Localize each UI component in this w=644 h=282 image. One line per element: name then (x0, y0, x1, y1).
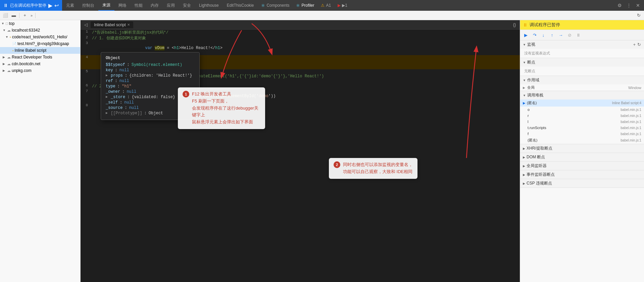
frame-src-1: babel.min.js:1 (621, 108, 641, 112)
folder-icon-code: ▪ (10, 35, 11, 39)
callstack-section-header[interactable]: ▼ 调用堆栈 (520, 91, 644, 99)
code-tab-inline-babel[interactable]: Inline Babel script ✕ (91, 22, 133, 28)
watch-empty-text: 没有监视表达式 (520, 49, 644, 58)
more-tabs-icon[interactable]: » (29, 13, 34, 17)
event-section: ▶ 事件监听器断点 (520, 170, 644, 179)
scope-global-left: ▶ 全局 (523, 85, 535, 90)
new-tab-icon[interactable]: + (21, 11, 29, 19)
paused-badge: ⏸ 已在调试程序中暂停 ▶ ↩ (0, 0, 62, 11)
scope-section: ▼ 作用域 ▶ 全局 Window (520, 76, 644, 91)
close-icon[interactable]: ✕ (635, 1, 641, 9)
code-nav-left[interactable]: ◁ (82, 21, 90, 29)
dbg-step-out-btn[interactable]: ↑ (548, 31, 556, 39)
frame-name-5: f (523, 132, 619, 136)
tab-components[interactable]: ⚛ Components (258, 0, 293, 11)
tab-warning-badge[interactable]: ⚠ A1 (317, 0, 334, 11)
popup-val-6: {validated: false} (132, 95, 175, 99)
xhr-title: XHR/提取断点 (527, 146, 552, 151)
frame-src-5: babel.min.js:1 (621, 132, 641, 136)
code-tab-close[interactable]: ✕ (127, 23, 130, 27)
frame-5[interactable]: f babel.min.js:1 (520, 131, 644, 137)
scope-global-key: 全局 (527, 85, 535, 90)
breakpoints-section-header[interactable]: ▼ 断点 (520, 58, 644, 67)
frame-1[interactable]: o babel.min.js:1 (520, 107, 644, 113)
frame-name-3: l (523, 120, 619, 124)
frame-2[interactable]: r babel.min.js:1 (520, 113, 644, 119)
popup-row-4: type : "h1" (106, 84, 195, 89)
code-tab-label: Inline Babel script (94, 23, 126, 27)
tree-item-localhost[interactable]: ▼ ☁ localhost:63342 (0, 27, 80, 34)
tree-item-reactdev[interactable]: ▶ ☁ React Developer Tools (0, 54, 80, 61)
tree-item-testhtml[interactable]: 📄 test.html?_ijt=nqdg39dcgaap (0, 40, 80, 47)
dock-left-icon[interactable]: ⬜ (1, 11, 9, 19)
tab-sources[interactable]: 来源 (98, 0, 114, 11)
code-body[interactable]: 1 /*告诉babel.js解析里面的jsx的代码*/ 2 // 1. 创建虚拟… (81, 30, 520, 282)
watch-add-btn[interactable]: + (633, 42, 636, 47)
tree-item-unpkg[interactable]: ▶ ☁ unpkg.com (0, 67, 80, 74)
comment-1: /*告诉babel.js解析里面的jsx的代码*/ (92, 30, 168, 35)
dbg-deactivate-btn[interactable]: ⊘ (566, 31, 573, 39)
tab-security[interactable]: 安全 (179, 0, 195, 11)
frame-4[interactable]: t.runScripts babel.min.js:1 (520, 125, 644, 131)
tab-elements[interactable]: 元素 (62, 0, 78, 11)
more-icon[interactable]: ⋮ (625, 1, 633, 9)
tree-item-top[interactable]: ▼ □ top (0, 20, 80, 27)
tab-error-badge[interactable]: ▶ ▶1 (334, 0, 351, 11)
tree-item-codefolder[interactable]: ▼ ▪ code/react_test/work/01_Hello/ (0, 34, 80, 40)
event-section-header[interactable]: ▶ 事件监听器断点 (520, 170, 644, 179)
frame-src-3: babel.min.js:1 (621, 120, 641, 124)
code-h1-end: > (220, 46, 222, 50)
watch-refresh-btn[interactable]: ↻ (637, 42, 641, 47)
sync-icon[interactable]: ↻ (635, 11, 643, 19)
dbg-pause-exceptions-btn[interactable]: ⏸ (575, 31, 582, 39)
scope-section-header[interactable]: ▼ 作用域 (520, 76, 644, 84)
popup-expand-6[interactable]: ▶ (106, 95, 108, 99)
dbg-step-btn[interactable]: → (557, 31, 564, 39)
frame-6[interactable]: (匿名) babel.min.js:1 (520, 137, 644, 144)
breakpoints-section: ▼ 断点 无断点 (520, 58, 644, 76)
popup-key-2: props (111, 73, 123, 78)
tab-network[interactable]: 网络 (114, 0, 131, 11)
csp-section-header[interactable]: ▶ CSP 违规断点 (520, 179, 644, 188)
frame-name-1: o (523, 108, 619, 112)
xhr-section-header[interactable]: ▶ XHR/提取断点 (520, 144, 644, 153)
dock-bottom-icon[interactable]: ▬ (10, 11, 18, 19)
dbg-step-over-btn[interactable]: ↷ (531, 31, 538, 39)
tab-editthiscookie[interactable]: EditThisCookie (223, 0, 258, 11)
resume-icon[interactable]: ▶ (48, 2, 52, 9)
scope-arrow: ▼ (523, 79, 526, 82)
popup-colon-7: : (120, 100, 122, 105)
tree-item-cdn[interactable]: ▶ ☁ cdn.bootcdn.net (0, 61, 80, 67)
settings-icon[interactable]: ⚙ (616, 1, 623, 9)
tree-item-inline-babel[interactable]: ▪ Inline Babel script (0, 47, 80, 54)
watch-section-header[interactable]: ▼ 监视 + ↻ (520, 40, 644, 49)
frame-3[interactable]: l babel.min.js:1 (520, 119, 644, 125)
watch-arrow: ▼ (523, 43, 526, 46)
global-section-header[interactable]: ▶ 全局监听器 (520, 162, 644, 170)
popup-expand-9[interactable]: ▶ (106, 111, 108, 116)
tab-lighthouse[interactable]: Lighthouse (195, 0, 223, 11)
frame-0[interactable]: ▶ (匿名) Inline Babel script:4 (520, 99, 644, 107)
vdom-hl: vDom (155, 46, 164, 50)
tab-performance[interactable]: 性能 (131, 0, 147, 11)
popup-key-0: $$typeof (106, 63, 125, 67)
popup-expand-2[interactable]: ▶ (106, 73, 108, 78)
tab-application[interactable]: 应用 (163, 0, 179, 11)
popup-colon-1: : (115, 68, 117, 73)
line-num-4: 4 (81, 55, 91, 69)
tab-memory[interactable]: 内存 (147, 0, 163, 11)
popup-key-7: _self (106, 100, 118, 105)
debug-paused-title: 调试程序已暂停 (530, 22, 560, 28)
step-over-icon[interactable]: ↩ (54, 2, 59, 9)
dbg-step-into-btn[interactable]: ↓ (540, 31, 547, 39)
dbg-resume-btn[interactable]: ▶ (522, 31, 530, 39)
tab-console[interactable]: 控制台 (78, 0, 98, 11)
line-num-8: 8 (81, 103, 91, 107)
dom-section-header[interactable]: ▶ DOM 断点 (520, 153, 644, 161)
scope-global[interactable]: ▶ 全局 Window (520, 84, 644, 91)
tab-profiler[interactable]: ⚛ Profiler (293, 0, 317, 11)
popup-colon-0: : (127, 63, 130, 67)
code-format-icon[interactable]: {} (510, 21, 518, 29)
popup-colon-6: : (127, 95, 130, 99)
code-h1-close-tag: h1 (215, 46, 220, 50)
